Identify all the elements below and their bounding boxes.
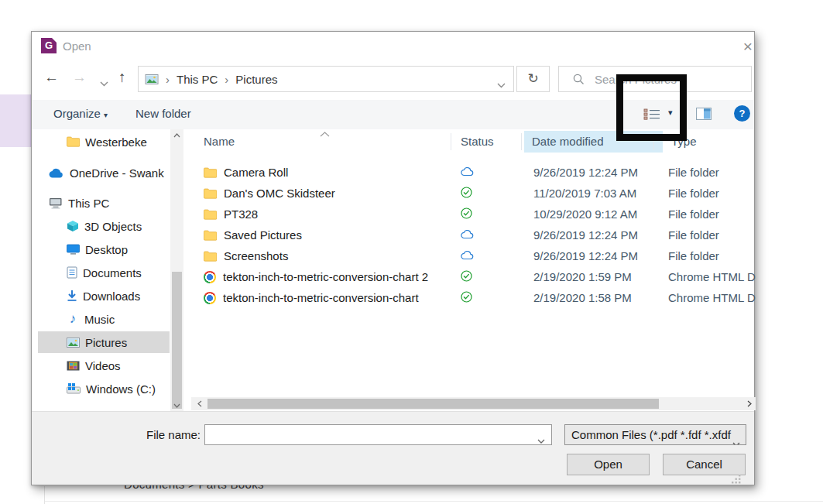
chrome-icon	[204, 292, 216, 304]
file-type: File folder	[668, 204, 756, 225]
sidebar-item-windows-c[interactable]: Windows (C:)	[38, 378, 170, 399]
cloud-icon	[461, 228, 474, 242]
synced-check-icon	[461, 207, 472, 221]
organize-button[interactable]: Organize ▾	[53, 107, 108, 120]
sidebar-item-documents[interactable]: Documents	[38, 262, 170, 283]
sidebar-item-desktop[interactable]: Desktop	[38, 238, 170, 260]
file-row-tekton-chart-2[interactable]: tekton-inch-to-metric-conversion-chart 2…	[183, 266, 756, 287]
sidebar-item-pictures[interactable]: Pictures	[38, 331, 170, 353]
file-row-screenshots[interactable]: Screenshots 9/26/2019 12:24 PM File fold…	[183, 245, 756, 266]
scroll-left-icon[interactable]	[193, 398, 206, 410]
file-type: File folder	[668, 225, 756, 245]
computer-icon	[49, 197, 63, 209]
scrollbar-thumb[interactable]	[172, 272, 182, 409]
sidebar-item-this-pc[interactable]: This PC	[38, 192, 170, 214]
chevron-down-icon	[732, 433, 740, 445]
downloads-icon	[67, 290, 77, 302]
address-bar[interactable]: › This PC › Pictures	[138, 66, 514, 92]
forward-button[interactable]: →	[72, 69, 87, 86]
file-name-input[interactable]	[205, 425, 530, 444]
scroll-right-icon[interactable]	[742, 398, 756, 410]
music-icon: ♪	[67, 311, 79, 327]
up-button[interactable]: ↑	[118, 69, 126, 86]
column-separator[interactable]	[451, 133, 451, 150]
cancel-button[interactable]: Cancel	[663, 454, 746, 475]
file-row-tekton-chart[interactable]: tekton-inch-to-metric-conversion-chart 2…	[183, 287, 756, 308]
open-button[interactable]: Open	[567, 454, 650, 475]
chevron-down-icon[interactable]	[537, 433, 545, 447]
file-type: File folder	[668, 245, 756, 266]
date-modified: 2/19/2020 1:58 PM	[533, 287, 632, 308]
sidebar-item-onedrive[interactable]: OneDrive - Swank	[38, 162, 170, 183]
synced-check-icon	[461, 270, 472, 284]
documents-icon	[67, 266, 77, 279]
pictures-icon	[145, 74, 159, 84]
scroll-down-icon[interactable]	[170, 399, 183, 411]
sidebar-item-music[interactable]: ♪ Music	[38, 308, 170, 330]
3d-objects-icon	[67, 220, 79, 232]
back-button[interactable]: ←	[44, 69, 59, 86]
close-icon[interactable]: ×	[738, 36, 758, 57]
background-highlight-strip	[0, 94, 31, 147]
folder-icon	[204, 251, 217, 262]
pictures-icon	[67, 338, 80, 348]
column-header-date-modified[interactable]: Date modified	[532, 131, 604, 153]
file-name-label: File name:	[123, 428, 201, 441]
videos-icon	[67, 361, 80, 371]
address-dropdown-chevron-icon[interactable]	[497, 77, 506, 91]
sidebar-item-videos[interactable]: Videos	[38, 355, 170, 376]
recent-locations-chevron-icon[interactable]	[100, 74, 108, 91]
folder-icon	[204, 209, 217, 220]
folder-icon	[204, 230, 217, 241]
scrollbar-thumb[interactable]	[207, 399, 659, 409]
folder-icon	[67, 136, 80, 147]
date-modified: 2/19/2020 1:59 PM	[533, 266, 632, 287]
file-type: File folder	[668, 183, 756, 204]
app-logo-icon: G	[41, 38, 57, 53]
chrome-icon	[204, 271, 216, 283]
sidebar-scrollbar[interactable]	[170, 129, 183, 411]
sidebar-item-downloads[interactable]: Downloads	[38, 285, 170, 307]
help-icon[interactable]: ?	[734, 105, 750, 122]
screen: Documents > Parts Books G Open × ← → ↑ ›…	[0, 0, 823, 504]
date-modified: 9/26/2019 12:24 PM	[533, 162, 638, 183]
file-row-pt328[interactable]: PT328 10/29/2020 9:12 AM File folder	[183, 204, 756, 225]
synced-check-icon	[461, 291, 472, 305]
file-type: Chrome HTML Do	[668, 266, 756, 287]
date-modified: 11/20/2019 7:03 AM	[533, 183, 636, 204]
cloud-icon	[461, 249, 474, 262]
file-type-select[interactable]: Common Files (*.pdf *.fdf *.xfdf	[564, 424, 746, 445]
synced-check-icon	[461, 187, 472, 201]
file-row-saved-pictures[interactable]: Saved Pictures 9/26/2019 12:24 PM File f…	[183, 225, 756, 245]
dialog-footer: File name: Common Files (*.pdf *.fdf *.x…	[32, 411, 754, 485]
file-row-dans-omc-skidsteer[interactable]: Dan's OMC Skidsteer 11/20/2019 7:03 AM F…	[183, 183, 756, 204]
refresh-button[interactable]: ↻	[516, 66, 550, 92]
sort-ascending-icon	[320, 126, 330, 140]
column-separator[interactable]	[521, 133, 522, 150]
preview-pane-icon[interactable]	[696, 108, 712, 123]
date-modified: 9/26/2019 12:24 PM	[533, 225, 638, 245]
file-row-camera-roll[interactable]: Camera Roll 9/26/2019 12:24 PM File fold…	[183, 162, 756, 183]
cloud-icon	[461, 166, 474, 179]
desktop-icon	[67, 244, 80, 255]
breadcrumb-this-pc[interactable]: This PC	[177, 73, 218, 86]
folder-icon	[204, 167, 217, 178]
file-name-combobox	[204, 424, 552, 445]
file-type: Chrome HTML Do	[668, 287, 756, 308]
window-title: Open	[63, 39, 91, 53]
sidebar-item-3d-objects[interactable]: 3D Objects	[38, 215, 170, 237]
breadcrumb-pictures[interactable]: Pictures	[235, 73, 277, 86]
horizontal-scrollbar[interactable]	[191, 397, 756, 410]
annotation-rectangle	[616, 74, 687, 141]
new-folder-button[interactable]: New folder	[135, 107, 191, 120]
sidebar-item-westerbeke[interactable]: Westerbeke	[38, 131, 170, 153]
background-divider	[45, 501, 823, 502]
resize-grip[interactable]	[731, 473, 741, 487]
date-modified: 9/26/2019 12:24 PM	[533, 245, 638, 266]
folder-icon	[204, 188, 217, 199]
breadcrumb-separator: ›	[225, 73, 228, 86]
scroll-up-icon[interactable]	[170, 129, 183, 141]
column-header-name[interactable]: Name	[204, 131, 235, 153]
file-type: File folder	[668, 162, 756, 183]
column-header-status[interactable]: Status	[461, 131, 494, 153]
